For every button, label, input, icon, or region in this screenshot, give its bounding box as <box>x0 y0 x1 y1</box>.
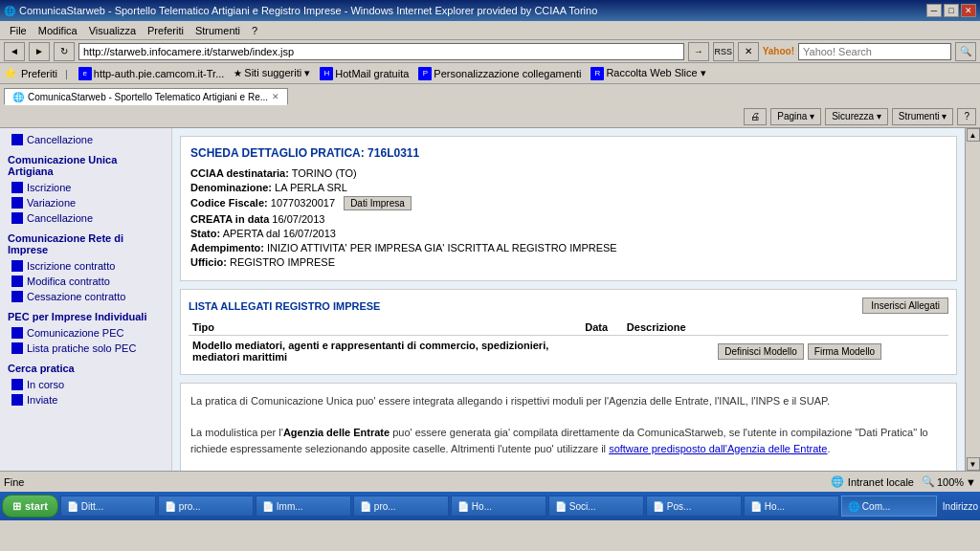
denominazione-row: Denominazione: LA PERLA SRL <box>190 182 947 193</box>
taskbar-item-label-0: Ditt... <box>81 501 103 512</box>
sidebar-item-cessazione-contratto[interactable]: Cessazione contratto <box>0 289 171 304</box>
col-descrizione: Descrizione <box>623 320 714 336</box>
sidebar-item-cancellazione-top[interactable]: Cancellazione <box>0 132 171 147</box>
agenzia-entrate-link[interactable]: software predisposto dall'Agenzia delle … <box>609 443 827 454</box>
taskbar-item-icon-8: 🌐 <box>848 501 859 512</box>
sidebar: Cancellazione Comunicazione Unica Artigi… <box>0 128 172 471</box>
sidebar-section-cerca: Cerca pratica In corso Inviate <box>0 360 171 408</box>
search-input[interactable] <box>798 43 951 60</box>
codice-fiscale-row: Codice Fiscale: 10770320017 Dati Impresa <box>190 196 947 210</box>
sidebar-item-iscrizione[interactable]: Iscrizione <box>0 180 171 195</box>
taskbar-item-8[interactable]: 🌐 Com... <box>841 496 937 517</box>
taskbar-item-0[interactable]: 📄 Ditt... <box>60 496 156 517</box>
tab-close-icon[interactable]: ✕ <box>272 92 279 101</box>
sidebar-bullet-icon <box>11 197 23 209</box>
menu-preferiti[interactable]: Preferiti <box>142 24 189 37</box>
taskbar-item-6[interactable]: 📄 Pos... <box>646 496 742 517</box>
adempimento-value: INIZIO ATTIVITA' PER IMPRESA GIA' ISCRIT… <box>267 242 617 253</box>
zoom-value: 100% <box>937 476 964 488</box>
fav-item-3[interactable]: P Personalizzazione collegamenti <box>415 66 584 81</box>
help-button[interactable]: ? <box>957 108 976 125</box>
window-icon: 🌐 <box>4 6 15 16</box>
taskbar-item-7[interactable]: 📄 Ho... <box>744 496 839 517</box>
info-para2: La modulistica per l'Agenzia delle Entra… <box>190 425 947 456</box>
scroll-down-button[interactable]: ▼ <box>967 457 980 471</box>
sidebar-bullet-icon <box>11 394 23 406</box>
fav-label-0: http-auth.pie.camcom.it-Tr... <box>94 68 225 79</box>
fav-label-3: Personalizzazione collegamenti <box>434 68 581 79</box>
print-button[interactable]: 🖨 <box>744 108 767 125</box>
adempimento-label: Adempimento: <box>190 242 264 253</box>
fav-item-4[interactable]: R Raccolta Web Slice ▾ <box>588 66 708 81</box>
menu-file[interactable]: File <box>4 24 33 37</box>
sidebar-item-modifica-contratto[interactable]: Modifica contratto <box>0 274 171 289</box>
start-windows-icon: ⊞ <box>12 500 21 513</box>
col-tipo: Tipo <box>189 320 581 336</box>
back-button[interactable]: ◄ <box>4 42 25 61</box>
fav-icon-3: P <box>418 67 432 80</box>
sidebar-item-variazione[interactable]: Variazione <box>0 195 171 210</box>
sidebar-bullet-icon <box>11 342 23 354</box>
scroll-up-button[interactable]: ▲ <box>967 128 980 142</box>
close-button[interactable]: ✕ <box>961 4 976 17</box>
menu-strumenti[interactable]: Strumenti <box>189 24 246 37</box>
strumenti-button[interactable]: Strumenti ▾ <box>892 108 954 125</box>
sidebar-bullet-icon <box>11 276 23 287</box>
scrollbar[interactable]: ▲ ▼ <box>965 128 980 471</box>
taskbar-item-5[interactable]: 📄 Soci... <box>548 496 644 517</box>
zoom-control: 🔍 100% ▼ <box>922 475 976 488</box>
taskbar-item-3[interactable]: 📄 pro... <box>353 496 449 517</box>
menu-modifica[interactable]: Modifica <box>33 24 83 37</box>
menu-visualizza[interactable]: Visualizza <box>83 24 142 37</box>
allegati-table: Tipo Data Descrizione Modello mediatori,… <box>189 320 948 366</box>
sidebar-item-iscrizione-contratto[interactable]: Iscrizione contratto <box>0 258 171 274</box>
sidebar-item-lista-pec[interactable]: Lista pratiche solo PEC <box>0 341 171 356</box>
search-button[interactable]: 🔍 <box>955 42 976 61</box>
sidebar-item-in-corso[interactable]: In corso <box>0 377 171 392</box>
sicurezza-button[interactable]: Sicurezza ▾ <box>825 108 888 125</box>
tab-main[interactable]: 🌐 ComunicaStarweb - Sportello Telematico… <box>4 88 288 105</box>
fav-item-0[interactable]: e http-auth.pie.camcom.it-Tr... <box>76 66 228 81</box>
taskbar-item-4[interactable]: 📄 Ho... <box>451 496 546 517</box>
zone-icon: 🌐 <box>831 475 844 488</box>
menu-help[interactable]: ? <box>246 24 263 37</box>
taskbar-item-icon-0: 📄 <box>67 501 78 512</box>
col-actions <box>714 320 948 336</box>
sidebar-item-inviate[interactable]: Inviate <box>0 392 171 408</box>
go-button[interactable]: → <box>688 42 709 61</box>
minimize-button[interactable]: ─ <box>926 4 942 17</box>
sidebar-bullet-icon <box>11 327 23 339</box>
taskbar-item-2[interactable]: 📄 Imm... <box>256 496 351 517</box>
tab-icon: 🌐 <box>12 92 24 102</box>
forward-button[interactable]: ► <box>29 42 50 61</box>
inserisci-allegati-button[interactable]: Inserisci Allegati <box>862 298 948 314</box>
cell-tipo: Modello mediatori, agenti e rappresentan… <box>189 336 581 367</box>
start-button[interactable]: ⊞ start <box>2 495 58 518</box>
firma-modello-button[interactable]: Firma Modello <box>808 343 881 360</box>
fav-label-4: Raccolta Web Slice ▾ <box>606 67 705 79</box>
sidebar-item-comunicazione-pec[interactable]: Comunicazione PEC <box>0 325 171 341</box>
page-button[interactable]: Pagina ▾ <box>770 108 821 125</box>
stop-button[interactable]: ✕ <box>738 42 759 61</box>
definisci-modello-button[interactable]: Definisci Modello <box>718 343 804 360</box>
sidebar-item-label: Cancellazione <box>27 212 93 224</box>
maximize-button[interactable]: □ <box>944 4 959 17</box>
taskbar-item-icon-4: 📄 <box>457 501 469 512</box>
refresh-button[interactable]: ↻ <box>54 42 75 61</box>
sidebar-item-cancellazione[interactable]: Cancellazione <box>0 210 171 226</box>
creata-label: CREATA in data <box>190 213 269 225</box>
cell-descrizione <box>623 336 714 367</box>
address-input[interactable] <box>78 43 684 60</box>
favorites-star-icon: ⭐ <box>4 67 17 79</box>
sidebar-item-label: Inviate <box>27 394 57 406</box>
dati-impresa-button[interactable]: Dati Impresa <box>344 196 412 210</box>
fav-item-2[interactable]: H HotMail gratuita <box>317 66 412 81</box>
secondary-toolbar: 🖨 Pagina ▾ Sicurezza ▾ Strumenti ▾ ? <box>0 105 980 128</box>
cell-data <box>581 336 623 367</box>
rss-button[interactable]: RSS <box>713 42 734 61</box>
taskbar-item-1[interactable]: 📄 pro... <box>158 496 254 517</box>
sidebar-section-title-rete: Comunicazione Rete di Imprese <box>0 230 171 258</box>
fav-item-1[interactable]: ★ Siti suggeriti ▾ <box>231 66 313 80</box>
taskbar-item-label-1: pro... <box>179 501 201 512</box>
sidebar-item-label: Lista pratiche solo PEC <box>27 342 136 354</box>
